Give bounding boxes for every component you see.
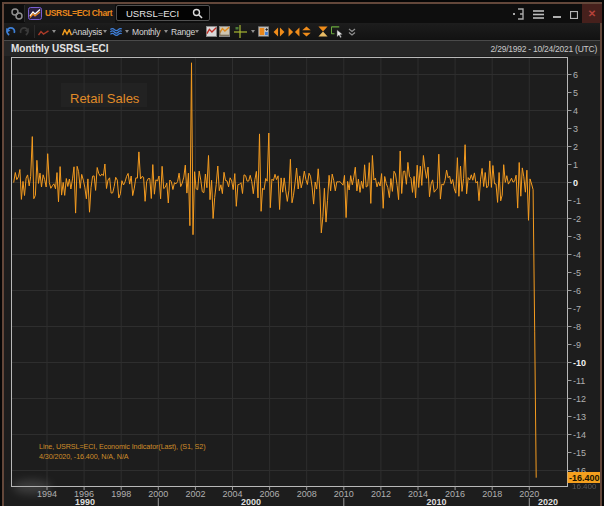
svg-text:16.400: 16.400 — [572, 482, 597, 491]
svg-text:-15: -15 — [573, 448, 586, 458]
svg-text:-12: -12 — [573, 394, 586, 404]
svg-text:2010: 2010 — [426, 497, 446, 506]
svg-text:2006: 2006 — [260, 489, 280, 499]
svg-text:-10: -10 — [573, 358, 586, 368]
svg-text:2010: 2010 — [334, 489, 354, 499]
svg-text:2020: 2020 — [519, 489, 539, 499]
svg-text:2000: 2000 — [241, 497, 261, 506]
svg-text:1: 1 — [573, 160, 578, 170]
svg-text:2014: 2014 — [408, 489, 428, 499]
svg-text:-2: -2 — [573, 214, 581, 224]
svg-text:0: 0 — [573, 178, 578, 188]
svg-text:-13: -13 — [573, 412, 586, 422]
svg-text:-3: -3 — [573, 232, 581, 242]
svg-text:2016: 2016 — [445, 489, 465, 499]
svg-text:Line, USRSL=ECI, Economic Indi: Line, USRSL=ECI, Economic Indicator(Last… — [39, 442, 205, 451]
svg-text:-1: -1 — [573, 196, 581, 206]
svg-text:5: 5 — [573, 88, 578, 98]
svg-text:2: 2 — [573, 142, 578, 152]
svg-text:2012: 2012 — [371, 489, 391, 499]
svg-text:2008: 2008 — [297, 489, 317, 499]
svg-text:2000: 2000 — [148, 489, 168, 499]
svg-text:6: 6 — [573, 70, 578, 80]
svg-text:-11: -11 — [573, 376, 585, 386]
svg-text:Retail Sales: Retail Sales — [70, 91, 140, 106]
svg-text:-4: -4 — [573, 250, 581, 260]
svg-text:-14: -14 — [573, 430, 586, 440]
svg-text:2018: 2018 — [482, 489, 502, 499]
svg-text:-8: -8 — [573, 322, 581, 332]
svg-text:3: 3 — [573, 124, 578, 134]
svg-text:-5: -5 — [573, 268, 581, 278]
svg-text:2020: 2020 — [538, 497, 558, 506]
svg-text:1998: 1998 — [111, 489, 131, 499]
svg-text:4/30/2020, -16.400, N/A, N/A: 4/30/2020, -16.400, N/A, N/A — [39, 452, 129, 461]
svg-text:-9: -9 — [573, 340, 581, 350]
svg-text:2004: 2004 — [222, 489, 242, 499]
svg-text:2002: 2002 — [185, 489, 205, 499]
svg-text:1990: 1990 — [75, 497, 95, 506]
svg-text:-7: -7 — [573, 304, 581, 314]
svg-text:-6: -6 — [573, 286, 581, 296]
svg-text:4: 4 — [573, 106, 578, 116]
